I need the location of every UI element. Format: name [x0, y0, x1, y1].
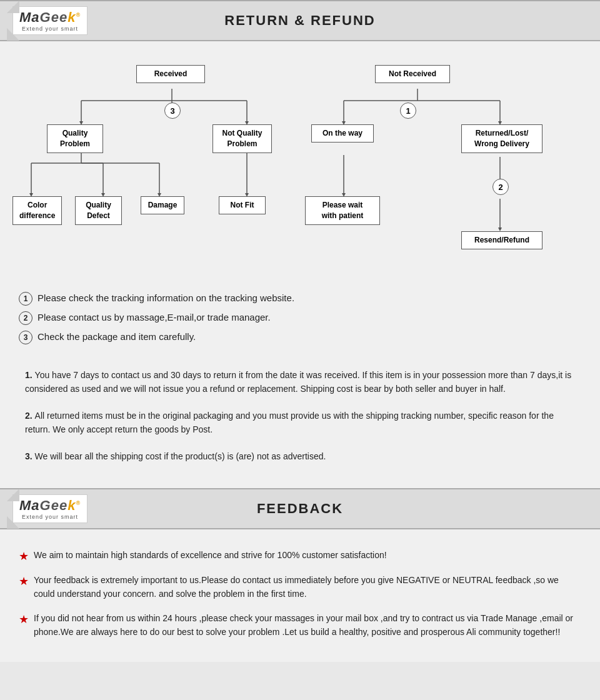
fc-quality-defect-box: QualityDefect: [75, 196, 122, 225]
fc-not-received-box: Not Received: [375, 65, 450, 83]
fc-badge1: 1: [400, 102, 416, 119]
rule-text-3: We will bear all the shipping cost if th…: [35, 451, 326, 461]
fc-received-box: Received: [136, 65, 205, 83]
logo-box-return: MaGeek® Extend your smart: [12, 6, 88, 35]
note-circle-2: 2: [19, 311, 32, 325]
fc-returned-lost-box: Returned/Lost/Wrong Delivery: [461, 124, 542, 153]
damage-label: Damage: [148, 201, 178, 209]
fc-on-the-way-box: On the way: [311, 124, 374, 142]
not-quality-problem-label: Not QualityProblem: [222, 129, 262, 148]
rule-text-1: You have 7 days to contact us and 30 day…: [25, 370, 571, 394]
note-item-3: 3 Check the package and item carefully.: [19, 330, 581, 344]
logo-area-feedback: MaGeek® Extend your smart: [12, 494, 138, 523]
note-text-3: Check the package and item carefully.: [38, 330, 196, 344]
return-title: RETURN & REFUND: [138, 12, 462, 29]
note-item-2: 2 Please contact us by massage,E-mail,or…: [19, 311, 581, 325]
feedback-item-1: ★ We aim to maintain high standards of e…: [19, 548, 581, 563]
feedback-item-2: ★ Your feedback is extremely important t…: [19, 573, 581, 601]
please-wait-label: Please waitwith patient: [322, 201, 364, 220]
returned-lost-label: Returned/Lost/Wrong Delivery: [474, 129, 529, 148]
resend-refund-label: Resend/Refund: [474, 236, 529, 244]
feedback-text-2: Your feedback is extremely important to …: [34, 573, 581, 601]
flowchart-wrapper: Received 3 QualityProblem Not QualityPro…: [12, 60, 588, 266]
rule-number-2: 2.: [25, 411, 35, 421]
star-icon-3: ★: [19, 612, 29, 626]
logo-tab-bl: [7, 28, 19, 41]
fc-color-difference-box: Colordifference: [12, 196, 62, 225]
feedback-text-1: We aim to maintain high standards of exc…: [34, 548, 387, 562]
rules-section: 1. You have 7 days to contact us and 30 …: [0, 362, 600, 488]
feedback-section: ★ We aim to maintain high standards of e…: [0, 542, 600, 662]
fc-not-quality-problem-box: Not QualityProblem: [212, 124, 272, 153]
rule-text-2: All returned items must be in the origin…: [25, 411, 554, 434]
fc-resend-refund-box: Resend/Refund: [461, 231, 542, 249]
on-the-way-label: On the way: [322, 129, 362, 138]
logo-tagline-feedback: Extend your smart: [22, 514, 78, 520]
fc-badge2: 2: [492, 179, 509, 195]
return-header: MaGeek® Extend your smart RETURN & REFUN…: [0, 0, 600, 41]
logo-tab-bl-fb: [7, 516, 19, 529]
logo-tab-tl: [7, 1, 19, 13]
notes-section: 1 Please check the tracking information …: [0, 285, 600, 362]
rule-item-1: 1. You have 7 days to contact us and 30 …: [25, 368, 575, 396]
note-item-1: 1 Please check the tracking information …: [19, 291, 581, 306]
not-received-label: Not Received: [389, 69, 436, 78]
feedback-item-3: ★ If you did not hear from us within 24 …: [19, 611, 581, 639]
rule-item-3: 3. We will bear all the shipping cost if…: [25, 449, 575, 463]
fc-badge3: 3: [164, 102, 181, 119]
logo-text-feedback: MaGeek®: [19, 498, 81, 514]
rule-item-2: 2. All returned items must be in the ori…: [25, 409, 575, 437]
rule-number-1: 1.: [25, 370, 35, 380]
note-circle-3: 3: [19, 331, 32, 344]
logo-box-feedback: MaGeek® Extend your smart: [12, 494, 88, 523]
quality-problem-label: QualityProblem: [60, 129, 90, 148]
feedback-header: MaGeek® Extend your smart FEEDBACK: [0, 488, 600, 529]
fc-please-wait-box: Please waitwith patient: [305, 196, 380, 225]
logo-text-return: MaGeek®: [19, 9, 81, 26]
note-text-2: Please contact us by massage,E-mail,or t…: [38, 311, 271, 325]
logo-tab-tl-fb: [7, 489, 19, 501]
star-icon-2: ★: [19, 574, 29, 588]
page: MaGeek® Extend your smart RETURN & REFUN…: [0, 0, 600, 662]
logo-area-return: MaGeek® Extend your smart: [12, 6, 138, 35]
feedback-text-3: If you did not hear from us within 24 ho…: [34, 611, 581, 639]
quality-defect-label: QualityDefect: [86, 201, 111, 220]
fc-quality-problem-box: QualityProblem: [47, 124, 103, 153]
rule-number-3: 3.: [25, 451, 35, 461]
fc-not-fit-box: Not Fit: [219, 196, 266, 214]
flowchart-area: Received 3 QualityProblem Not QualityPro…: [0, 54, 600, 285]
fc-damage-box: Damage: [141, 196, 184, 214]
star-icon-1: ★: [19, 549, 29, 563]
note-circle-1: 1: [19, 292, 32, 306]
logo-tagline-return: Extend your smart: [22, 26, 78, 32]
received-label: Received: [154, 69, 188, 78]
not-fit-label: Not Fit: [231, 201, 254, 209]
color-difference-label: Colordifference: [19, 201, 55, 220]
feedback-title: FEEDBACK: [138, 501, 462, 517]
note-text-1: Please check the tracking information on…: [38, 291, 294, 306]
